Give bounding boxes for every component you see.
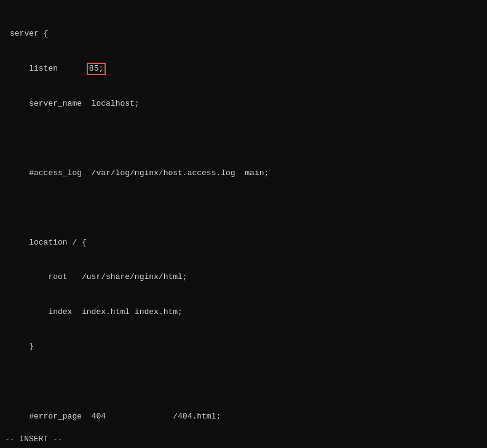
line-5: #access_log /var/log/nginx/host.access.l… (5, 168, 487, 179)
line-2: listen 85; (5, 63, 487, 75)
insert-mode-label: -- INSERT -- (5, 434, 63, 444)
line-1: server { (5, 28, 487, 40)
editor[interactable]: server { listen 85; server_name localhos… (0, 0, 487, 448)
code-area: server { listen 85; server_name localhos… (0, 5, 487, 448)
line-8: root /usr/share/nginx/html; (5, 272, 487, 283)
line-7: location / { (5, 237, 487, 249)
line-4 (5, 133, 487, 144)
status-bar: -- INSERT -- (0, 431, 487, 448)
line-9: index index.html index.htm; (5, 307, 487, 318)
listen-port-highlight: 85; (87, 63, 106, 75)
line-10: } (5, 341, 487, 353)
line-12: #error_page 404 /404.html; (5, 411, 487, 423)
line-11 (5, 376, 487, 388)
line-6 (5, 202, 487, 214)
line-3: server_name localhost; (5, 98, 487, 110)
